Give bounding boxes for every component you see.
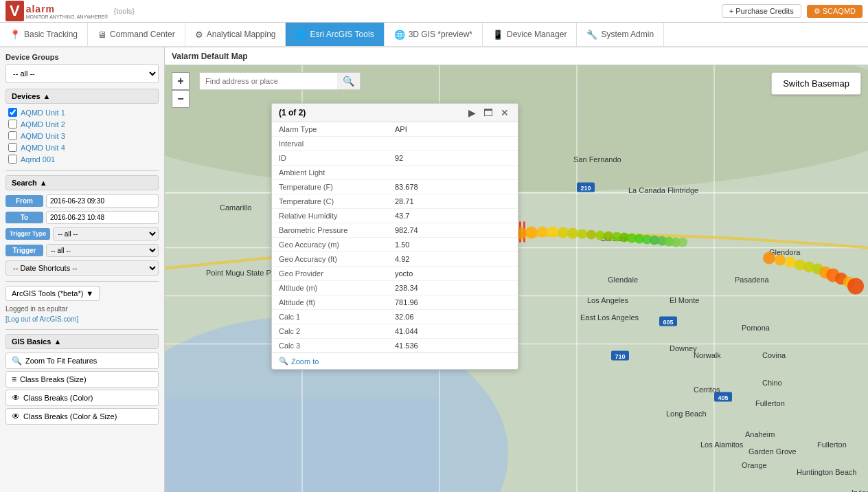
map-container[interactable]: 118 210 605 710 405 Camarillo Moorpark V…: [165, 65, 868, 492]
popup-row: Geo Accuracy (m)1.50: [272, 238, 518, 252]
nav-label-basic-tracking: Basic Tracking: [24, 30, 78, 39]
map-search-input[interactable]: [200, 74, 337, 88]
devices-header[interactable]: Devices ▲: [5, 89, 159, 104]
gis-basics-label: GIS Basics: [12, 337, 51, 346]
purchase-credits-button[interactable]: + Purchase Credits: [722, 4, 801, 18]
main-layout: Device Groups -- all --Group 1Group 2 De…: [0, 47, 868, 492]
device-link-aqmd-unit-4[interactable]: AQMD Unit 4: [21, 144, 65, 152]
popup-value: 781.96: [395, 298, 511, 306]
device-checkbox-aqmd-unit-4[interactable]: [8, 143, 17, 152]
class-breaks-size-button[interactable]: ≡ Class Breaks (Size): [5, 371, 159, 388]
nav-item-esri-arcgis-tools[interactable]: 🌐Esri ArcGIS Tools: [286, 23, 384, 46]
svg-point-69: [567, 228, 578, 239]
map-area: Valarm Default Map: [165, 47, 868, 492]
switch-basemap-button[interactable]: Switch Basemap: [771, 72, 861, 95]
popup-next-button[interactable]: ▶: [466, 107, 478, 118]
to-label: To: [5, 212, 43, 223]
nav-label-esri-arcgis-tools: Esri ArcGIS Tools: [310, 30, 374, 39]
popup-expand-button[interactable]: 🗖: [481, 107, 495, 118]
popup-value: API: [395, 125, 511, 133]
date-shortcuts-select[interactable]: -- Date Shortcuts --Last HourLast DayLas…: [5, 260, 159, 276]
class-breaks-color-size-button[interactable]: 👁 Class Breaks (Color & Size): [5, 408, 159, 425]
device-item-aqmd-unit-2[interactable]: AQMD Unit 2: [8, 118, 159, 130]
device-link-aqmd-unit-3[interactable]: AQMD Unit 3: [21, 132, 65, 140]
popup-row: Interval: [272, 137, 518, 151]
class-breaks-color-icon: 👁: [12, 393, 20, 403]
device-checkbox-aqmd-unit-3[interactable]: [8, 131, 17, 140]
device-checkbox-aqmd-unit-2[interactable]: [8, 120, 17, 128]
svg-point-86: [785, 257, 796, 268]
from-input[interactable]: 2016-06-23 09:30: [46, 194, 159, 208]
popup-close-button[interactable]: ✕: [499, 107, 511, 118]
devices-label: Devices: [12, 92, 41, 100]
nav-label-system-admin: System Admin: [601, 30, 654, 39]
zoom-to-label: Zoom to: [291, 357, 319, 366]
nav-item-device-manager[interactable]: 📱Device Manager: [483, 23, 577, 46]
device-link-aqmd-unit-1[interactable]: AQMD Unit 1: [21, 109, 65, 117]
logout-link[interactable]: [Log out of ArcGIS.com]: [5, 315, 78, 323]
device-item-aqmd-001[interactable]: Aqmd 001: [8, 153, 159, 165]
zoom-to-fit-button[interactable]: 🔍 Zoom To Fit Features: [5, 353, 159, 369]
svg-text:Irvine: Irvine: [852, 489, 868, 493]
popup-row: Temperature (F)83.678: [272, 180, 518, 194]
nav-item-system-admin[interactable]: 🔧System Admin: [577, 23, 664, 46]
svg-text:Huntington Beach: Huntington Beach: [797, 468, 856, 476]
arcgis-tools-button[interactable]: ArcGIS Tools (*beta*) ▼: [5, 286, 100, 301]
popup-key: Ambient Light: [279, 168, 395, 177]
navbar: 📍Basic Tracking🖥Command Center⚙Analytica…: [0, 23, 868, 47]
logged-in-text: Logged in as epultar: [5, 305, 159, 313]
svg-text:Fullerton: Fullerton: [817, 440, 847, 449]
svg-text:Chino: Chino: [762, 379, 782, 387]
device-item-aqmd-unit-4[interactable]: AQMD Unit 4: [8, 142, 159, 153]
popup-key: Temperature (F): [279, 183, 395, 191]
zoom-in-button[interactable]: +: [172, 72, 190, 90]
svg-point-70: [578, 230, 587, 239]
device-item-aqmd-unit-3[interactable]: AQMD Unit 3: [8, 130, 159, 142]
logo: V alarm MONITOR ANYTHING, ANYWHERE®: [5, 1, 108, 21]
svg-text:Los Angeles: Los Angeles: [587, 296, 628, 304]
sidebar-divider-3: [5, 329, 159, 330]
tools-label: {tools}: [113, 7, 135, 15]
device-groups-select[interactable]: -- all --Group 1Group 2: [5, 64, 159, 83]
from-label: From: [5, 195, 43, 207]
nav-label-3d-gis: 3D GIS *preview*: [409, 30, 472, 39]
logo-alarm-text: alarm: [26, 3, 108, 14]
device-checkbox-aqmd-unit-1[interactable]: [8, 108, 17, 117]
svg-point-67: [547, 227, 558, 238]
sidebar-divider-1: [5, 170, 159, 171]
svg-text:405: 405: [718, 394, 728, 401]
nav-icon-command-center: 🖥: [98, 30, 106, 40]
device-link-aqmd-unit-2[interactable]: AQMD Unit 2: [21, 120, 65, 128]
nav-item-3d-gis[interactable]: 🌐3D GIS *preview*: [385, 23, 483, 46]
nav-item-analytical-mapping[interactable]: ⚙Analytical Mapping: [185, 23, 286, 46]
device-checkbox-aqmd-001[interactable]: [8, 155, 17, 164]
feature-popup: (1 of 2) ▶ 🗖 ✕ Alarm TypeAPIIntervalID92…: [271, 103, 518, 370]
popup-row: Geo Provideryocto: [272, 267, 518, 281]
to-input[interactable]: 2016-06-23 10:48: [46, 211, 159, 224]
user-account-button[interactable]: ⚙ SCAQMD: [807, 5, 863, 18]
popup-value: 41.536: [395, 342, 511, 350]
svg-text:Los Alamitos: Los Alamitos: [700, 440, 744, 449]
map-search-button[interactable]: 🔍: [337, 73, 360, 89]
trigger-select[interactable]: -- all --Trigger ATrigger B: [46, 244, 159, 257]
class-breaks-color-button[interactable]: 👁 Class Breaks (Color): [5, 390, 159, 406]
popup-value: 92: [395, 154, 511, 162]
popup-key: ID: [279, 154, 395, 162]
svg-text:605: 605: [663, 319, 673, 326]
nav-item-basic-tracking[interactable]: 📍Basic Tracking: [0, 23, 88, 46]
trigger-type-select[interactable]: -- all --Type AType B: [53, 227, 159, 241]
zoom-out-button[interactable]: −: [172, 90, 190, 108]
popup-row: ID92: [272, 151, 518, 166]
arcgis-tools-section: ArcGIS Tools (*beta*) ▼ Logged in as epu…: [5, 286, 159, 324]
gis-basics-header[interactable]: GIS Basics ▲: [5, 334, 159, 349]
svg-text:Orange: Orange: [742, 461, 767, 469]
map-zoom-controls: + −: [172, 72, 190, 108]
nav-item-command-center[interactable]: 🖥Command Center: [88, 23, 185, 46]
popup-value: 41.044: [395, 327, 511, 335]
device-link-aqmd-001[interactable]: Aqmd 001: [21, 155, 55, 164]
device-item-aqmd-unit-1[interactable]: AQMD Unit 1: [8, 107, 159, 118]
popup-row: Geo Accuracy (ft)4.92: [272, 252, 518, 267]
gis-basics-caret-icon: ▲: [54, 337, 61, 346]
popup-footer[interactable]: 🔍 Zoom to: [272, 353, 518, 369]
search-header[interactable]: Search ▲: [5, 175, 159, 190]
